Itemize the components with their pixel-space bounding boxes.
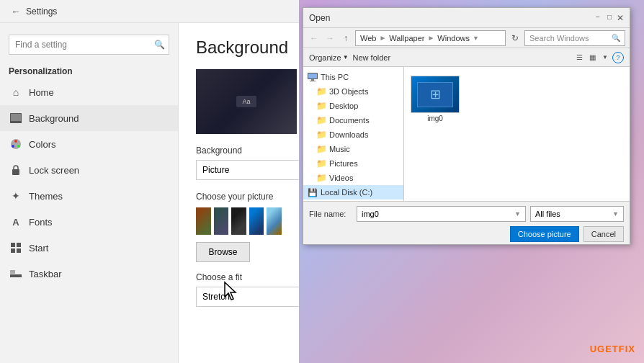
sidebar-item-label-lockscreen: Lock screen [29, 165, 79, 176]
background-icon [9, 111, 23, 125]
search-input[interactable] [9, 35, 169, 55]
background-dropdown[interactable]: Picture ▼ [196, 160, 299, 180]
settings-body: 🔍 Personalization ⌂ Home Background Colo… [0, 23, 299, 363]
picture-thumb-3[interactable] [231, 207, 246, 235]
tree-label-pictures: Pictures [329, 159, 358, 168]
sidebar-item-taskbar[interactable]: Taskbar [0, 261, 178, 287]
tree-item-videos[interactable]: 📁 Videos [303, 171, 403, 185]
organize-label: Organize [309, 53, 341, 62]
organize-button[interactable]: Organize ▼ [309, 53, 349, 62]
tree-item-3dobjects[interactable]: 📁 3D Objects [303, 84, 403, 99]
sidebar-item-colors[interactable]: Colors [0, 131, 178, 157]
svg-rect-11 [17, 248, 21, 253]
svg-point-6 [12, 145, 14, 148]
colors-icon [9, 137, 23, 151]
view-icons-button[interactable]: ▦ [586, 52, 598, 63]
help-button[interactable]: ? [612, 52, 624, 63]
view-list-button[interactable]: ☰ [573, 52, 585, 63]
sidebar-item-background[interactable]: Background [0, 105, 178, 131]
dialog-close-button[interactable]: ✕ [617, 13, 624, 23]
watermark-accent: ET [605, 344, 619, 354]
picture-thumb-4[interactable] [249, 207, 264, 235]
svg-rect-2 [10, 121, 22, 123]
tree-label-thispc: This PC [321, 73, 349, 81]
fit-dropdown[interactable]: Stretch ▼ [196, 287, 299, 307]
sidebar: 🔍 Personalization ⌂ Home Background Colo… [0, 23, 179, 363]
dialog-maximize-button[interactable]: □ [605, 13, 614, 22]
folder-icon-3d: 📁 [316, 86, 326, 97]
tree-item-pictures[interactable]: 📁 Pictures [303, 156, 403, 171]
search-container: 🔍 [9, 35, 169, 55]
dialog-tree: This PC 📁 3D Objects 📁 Desktop 📁 Documen… [303, 67, 404, 201]
dialog-files: ⊞ img0 [404, 67, 630, 201]
sidebar-item-start[interactable]: Start [0, 235, 178, 261]
filetype-select[interactable]: All files ▼ [530, 206, 624, 222]
tree-item-localc[interactable]: 💾 Local Disk (C:) [303, 185, 403, 200]
sidebar-item-lockscreen[interactable]: Lock screen [0, 157, 178, 183]
filetype-arrow: ▼ [612, 210, 619, 218]
svg-rect-9 [17, 243, 21, 247]
file-item-img0[interactable]: ⊞ img0 [410, 73, 460, 125]
sidebar-item-home[interactable]: ⌂ Home [0, 79, 178, 105]
picture-thumb-1[interactable] [196, 207, 211, 235]
watermark-suffix: FIX [619, 344, 635, 354]
address-sep-1: ► [379, 34, 386, 42]
settings-title: Settings [26, 6, 57, 17]
dialog-actionbar: Organize ▼ New folder ☰ ▦ ▼ ? [303, 48, 630, 67]
tree-item-desktop[interactable]: 📁 Desktop [303, 99, 403, 113]
refresh-button[interactable]: ↻ [509, 32, 522, 45]
filename-input[interactable]: img0 ▼ [357, 206, 526, 222]
new-folder-button[interactable]: New folder [353, 53, 391, 62]
lockscreen-icon [9, 163, 23, 177]
svg-rect-15 [308, 73, 317, 79]
search-box[interactable]: Search Windows 🔍 [524, 30, 625, 46]
view-dropdown-button[interactable]: ▼ [599, 52, 611, 63]
tree-label-desktop: Desktop [329, 102, 358, 110]
sidebar-item-label-taskbar: Taskbar [29, 269, 62, 279]
main-content: Background Aa Background Picture ▼ Choos… [179, 23, 299, 363]
search-placeholder: Search Windows [529, 34, 589, 42]
svg-point-5 [17, 145, 20, 148]
svg-rect-1 [11, 114, 21, 121]
sidebar-item-themes[interactable]: ✦ Themes [0, 183, 178, 209]
settings-window: ← Settings 🔍 Personalization ⌂ Home Back… [0, 0, 299, 363]
sidebar-item-fonts[interactable]: A Fonts [0, 209, 178, 235]
dialog-footer: File name: img0 ▼ All files ▼ Choose pic… [303, 201, 630, 244]
svg-rect-10 [11, 248, 15, 253]
picture-thumb-5[interactable] [267, 207, 282, 235]
nav-up-button[interactable]: ↑ [339, 32, 352, 45]
tree-item-documents[interactable]: 📁 Documents [303, 113, 403, 127]
tree-label-music: Music [329, 145, 350, 153]
nav-forward-button[interactable]: → [323, 32, 336, 45]
page-title: Background [196, 37, 282, 58]
folder-icon-pictures: 📁 [316, 158, 326, 169]
dialog-toolbar: ← → ↑ Web ► Wallpaper ► Windows ▼ ↻ Sear… [303, 28, 630, 48]
folder-icon-docs: 📁 [316, 115, 326, 125]
picture-grid [196, 207, 282, 235]
choose-picture-button[interactable]: Choose picture [510, 226, 579, 242]
organize-arrow: ▼ [343, 54, 349, 60]
browse-button[interactable]: Browse [196, 242, 250, 262]
tree-item-thispc[interactable]: This PC [303, 70, 403, 84]
home-icon: ⌂ [9, 85, 23, 99]
address-part-2: Wallpaper [389, 34, 424, 42]
tree-label-downloads: Downloads [329, 130, 368, 139]
dialog-controls: − □ ✕ [594, 13, 624, 23]
filename-row: File name: img0 ▼ All files ▼ [309, 206, 624, 222]
tree-item-downloads[interactable]: 📁 Downloads [303, 127, 403, 142]
dialog-body: This PC 📁 3D Objects 📁 Desktop 📁 Documen… [303, 67, 630, 201]
address-bar[interactable]: Web ► Wallpaper ► Windows ▼ [355, 30, 506, 46]
watermark-prefix: UG [590, 344, 606, 354]
dialog-minimize-button[interactable]: − [594, 13, 602, 22]
nav-back-button[interactable]: ← [308, 32, 321, 45]
view-buttons: ☰ ▦ ▼ ? [573, 52, 624, 63]
bg-preview: Aa [196, 69, 297, 134]
back-button[interactable]: ← [9, 4, 23, 19]
picture-thumb-2[interactable] [214, 207, 229, 235]
sidebar-item-label-home: Home [29, 87, 54, 98]
cancel-button[interactable]: Cancel [583, 226, 624, 242]
filename-label: File name: [309, 210, 352, 218]
sidebar-item-label-themes: Themes [29, 191, 63, 202]
tree-item-music[interactable]: 📁 Music [303, 142, 403, 156]
folder-icon-desktop: 📁 [316, 101, 326, 111]
